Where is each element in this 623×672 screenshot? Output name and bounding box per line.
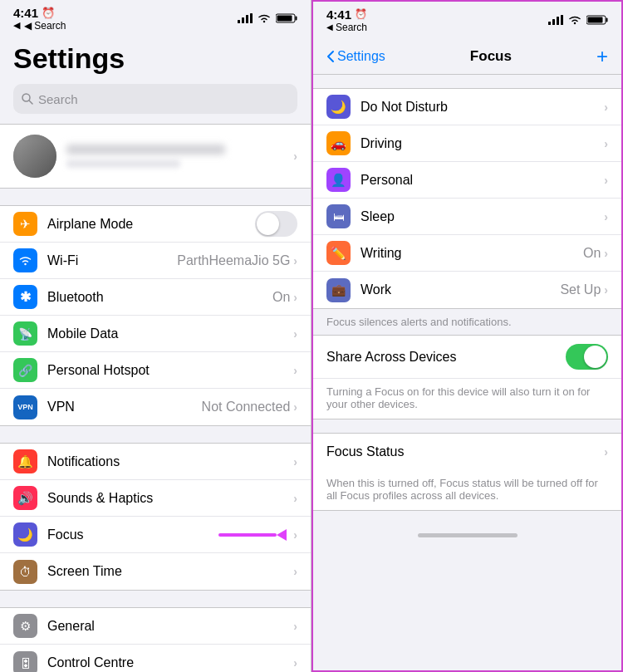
airplane-label: Airplane Mode: [47, 217, 255, 232]
focus-item-personal[interactable]: 👤 Personal ›: [313, 162, 621, 199]
general-icon: ⚙: [13, 614, 37, 638]
svg-rect-12: [561, 15, 563, 25]
hotspot-icon: 🔗: [13, 358, 37, 382]
sounds-icon: 🔊: [13, 486, 37, 510]
focus-item-sleep[interactable]: 🛏 Sleep ›: [313, 199, 621, 235]
settings-item-notifications[interactable]: 🔔 Notifications ›: [0, 444, 311, 480]
sounds-chevron-icon: ›: [293, 492, 297, 505]
svg-rect-1: [242, 17, 244, 23]
mobiledata-icon: 📡: [13, 321, 37, 346]
svg-rect-6: [277, 16, 292, 22]
vpn-chevron-icon: ›: [293, 400, 297, 414]
right-panel: 4:41 ⏰ ◀ Search: [312, 0, 623, 672]
donotdisturb-label: Do Not Disturb: [361, 100, 604, 115]
driving-chevron-icon: ›: [604, 137, 608, 150]
svg-rect-10: [552, 19, 555, 25]
share-across-devices-row[interactable]: Share Across Devices: [313, 336, 621, 379]
focus-section-hint: Focus silences alerts and notifications.: [313, 309, 621, 335]
settings-item-wifi[interactable]: Wi-Fi ParthHeemaJio 5G ›: [0, 243, 311, 279]
profile-row[interactable]: ›: [0, 124, 311, 189]
sleep-chevron-icon: ›: [604, 210, 608, 223]
focus-item-donotdisturb[interactable]: 🌙 Do Not Disturb ›: [313, 89, 621, 125]
settings-group-connectivity: ✈ Airplane Mode Wi-Fi ParthHeemaJio 5G: [0, 205, 311, 426]
focus-item-work[interactable]: 💼 Work Set Up ›: [313, 272, 621, 308]
svg-rect-2: [246, 15, 248, 23]
search-icon: [22, 93, 33, 105]
right-status-bar: 4:41 ⏰ ◀ Search: [313, 2, 621, 38]
donotdisturb-chevron-icon: ›: [604, 101, 608, 114]
work-icon: 💼: [326, 278, 351, 302]
notifications-label: Notifications: [47, 454, 293, 469]
personal-label: Personal: [361, 173, 604, 188]
settings-item-general[interactable]: ⚙ General ›: [0, 608, 311, 645]
share-across-toggle[interactable]: [566, 344, 608, 370]
right-nav-bar: Settings Focus +: [313, 38, 621, 75]
sleep-label: Sleep: [361, 209, 604, 224]
vpn-label: VPN: [47, 400, 202, 414]
settings-item-controlcentre[interactable]: 🎛 Control Centre ›: [0, 645, 311, 672]
writing-value: On: [583, 246, 601, 261]
left-panel: 4:41 ⏰ ◀ ◀ Search: [0, 0, 312, 672]
focus-label: Focus: [47, 527, 218, 542]
back-chevron-icon: ◀: [13, 20, 20, 31]
left-back-nav[interactable]: ◀ ◀ Search: [13, 20, 66, 32]
controlcentre-icon: 🎛: [13, 651, 37, 672]
wifi-chevron-icon: ›: [293, 254, 297, 267]
wifi-icon: [258, 13, 271, 23]
work-value: Set Up: [560, 282, 601, 297]
right-battery-icon: [586, 15, 608, 25]
right-wifi-icon: [568, 15, 581, 25]
settings-item-vpn[interactable]: VPN VPN Not Connected ›: [0, 389, 311, 425]
driving-icon: 🚗: [326, 131, 351, 155]
settings-item-sounds[interactable]: 🔊 Sounds & Haptics ›: [0, 480, 311, 517]
vpn-icon: VPN: [13, 395, 37, 419]
vpn-value: Not Connected: [202, 400, 291, 414]
focus-item-driving[interactable]: 🚗 Driving ›: [313, 125, 621, 162]
arrow-line: [218, 533, 277, 537]
left-status-bar: 4:41 ⏰ ◀ ◀ Search: [0, 0, 311, 37]
settings-item-hotspot[interactable]: 🔗 Personal Hotspot ›: [0, 352, 311, 389]
right-back-chevron-icon: ◀: [326, 22, 333, 32]
svg-rect-9: [548, 22, 551, 25]
search-bar[interactable]: Search: [13, 84, 297, 114]
wifi-value: ParthHeemaJio 5G: [177, 253, 290, 268]
svg-rect-0: [238, 20, 240, 23]
right-time: 4:41 ⏰: [326, 7, 367, 22]
airplane-toggle[interactable]: [255, 211, 297, 237]
donotdisturb-icon: 🌙: [326, 95, 351, 119]
general-chevron-icon: ›: [293, 620, 297, 633]
controlcentre-label: Control Centre: [47, 655, 293, 670]
bluetooth-value: On: [272, 290, 290, 305]
settings-item-airplane[interactable]: ✈ Airplane Mode: [0, 206, 311, 243]
svg-rect-3: [250, 13, 253, 23]
focus-status-row[interactable]: Focus Status ›: [313, 434, 621, 470]
left-status-left: 4:41 ⏰ ◀ ◀ Search: [13, 6, 66, 32]
screentime-chevron-icon: ›: [293, 565, 297, 578]
mobiledata-chevron-icon: ›: [293, 327, 297, 341]
add-focus-button[interactable]: +: [596, 45, 608, 68]
share-across-desc: Turning a Focus on for this device will …: [313, 379, 621, 419]
writing-chevron-icon: ›: [604, 247, 608, 260]
left-time: 4:41 ⏰: [13, 6, 66, 20]
personal-icon: 👤: [326, 168, 351, 192]
profile-avatar: [13, 135, 56, 178]
settings-back-button[interactable]: Settings: [326, 49, 385, 64]
toggle-knob: [584, 346, 606, 368]
focus-status-group: Focus Status › When this is turned off, …: [313, 433, 621, 511]
notifications-icon: 🔔: [13, 449, 37, 473]
alarm-icon: ⏰: [42, 7, 55, 19]
focus-item-writing[interactable]: ✏️ Writing On ›: [313, 235, 621, 272]
settings-item-mobiledata[interactable]: 📡 Mobile Data ›: [0, 316, 311, 352]
search-placeholder: Search: [38, 92, 78, 106]
arrow-head: [277, 529, 287, 541]
profile-name-area: [66, 145, 293, 168]
svg-rect-14: [606, 18, 608, 22]
settings-group-alerts: 🔔 Notifications › 🔊 Sounds & Haptics › 🌙…: [0, 443, 311, 591]
settings-item-bluetooth[interactable]: ✱ Bluetooth On ›: [0, 279, 311, 316]
settings-item-focus[interactable]: 🌙 Focus ›: [0, 517, 311, 553]
svg-rect-15: [588, 17, 603, 23]
settings-item-screentime[interactable]: ⏱ Screen Time ›: [0, 553, 311, 590]
wifi-settings-icon: [13, 248, 37, 272]
profile-subtitle-blur: [66, 159, 180, 168]
home-indicator-bar: [418, 533, 518, 537]
